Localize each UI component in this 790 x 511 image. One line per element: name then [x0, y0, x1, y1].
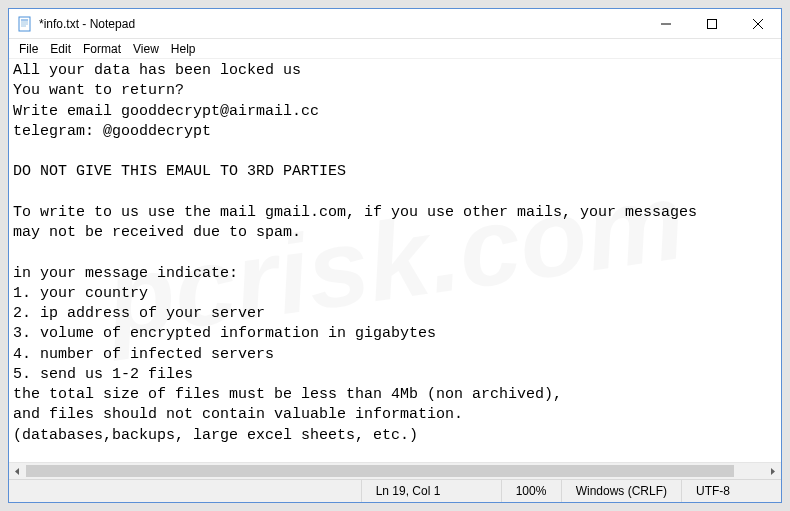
window-controls [643, 9, 781, 38]
notepad-icon [17, 16, 33, 32]
notepad-window: *info.txt - Notepad File Edit Format Vie… [8, 8, 782, 503]
status-position: Ln 19, Col 1 [361, 480, 501, 502]
menu-format[interactable]: Format [77, 40, 127, 58]
minimize-button[interactable] [643, 9, 689, 38]
menu-file[interactable]: File [13, 40, 44, 58]
editor-area: All your data has been locked us You wan… [9, 59, 781, 479]
status-zoom: 100% [501, 480, 561, 502]
statusbar: Ln 19, Col 1 100% Windows (CRLF) UTF-8 [9, 479, 781, 502]
menu-edit[interactable]: Edit [44, 40, 77, 58]
status-encoding: UTF-8 [681, 480, 781, 502]
maximize-button[interactable] [689, 9, 735, 38]
status-line-ending: Windows (CRLF) [561, 480, 681, 502]
menu-help[interactable]: Help [165, 40, 202, 58]
menu-view[interactable]: View [127, 40, 165, 58]
horizontal-scrollbar[interactable] [9, 462, 781, 479]
titlebar[interactable]: *info.txt - Notepad [9, 9, 781, 39]
window-title: *info.txt - Notepad [39, 17, 643, 31]
close-button[interactable] [735, 9, 781, 38]
text-editor[interactable]: All your data has been locked us You wan… [9, 59, 781, 462]
scrollbar-track[interactable] [26, 463, 764, 479]
scrollbar-thumb[interactable] [26, 465, 734, 477]
status-spacer [9, 480, 361, 502]
svg-rect-6 [708, 19, 717, 28]
editor-text: All your data has been locked us You wan… [13, 62, 706, 444]
scroll-right-button[interactable] [764, 463, 781, 479]
menubar: File Edit Format View Help [9, 39, 781, 59]
svg-marker-9 [15, 468, 19, 475]
scroll-left-button[interactable] [9, 463, 26, 479]
svg-marker-10 [771, 468, 775, 475]
